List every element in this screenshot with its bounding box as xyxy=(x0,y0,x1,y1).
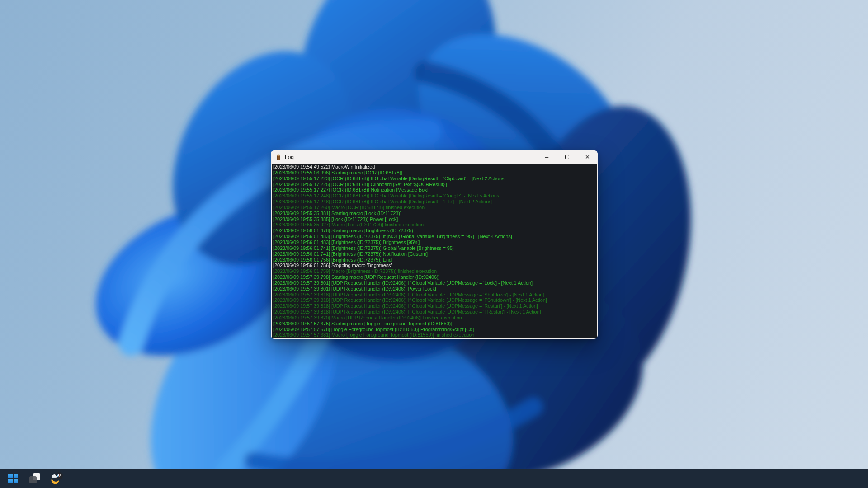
log-line: [2023/06/09 19:55:17.227] [OCR (ID:68178… xyxy=(273,187,597,193)
log-line: [2023/06/09 19:57:39.801] [UDP Request H… xyxy=(273,280,597,286)
log-line: [2023/06/09 19:57:57.675] Starting macro… xyxy=(273,321,597,327)
log-line: [2023/06/09 19:56:01.741] [Brightness (I… xyxy=(273,245,597,251)
window-title: Log xyxy=(285,154,294,160)
start-button[interactable] xyxy=(5,470,21,487)
log-window-titlebar[interactable]: Log – ✕ xyxy=(271,150,598,164)
log-line: [2023/06/09 19:55:17.225] [OCR (ID:68178… xyxy=(273,182,597,188)
log-line: [2023/06/09 19:55:17.260] Macro [OCR (ID… xyxy=(273,205,597,211)
log-line: [2023/06/09 19:57:39.818] [UDP Request H… xyxy=(273,297,597,303)
log-line: [2023/06/09 19:56:01.741] [Brightness (I… xyxy=(273,251,597,257)
log-line: [2023/06/09 19:56:01.483] [Brightness (I… xyxy=(273,234,597,239)
log-line: [2023/06/09 19:54:49.522] MacroWin Initi… xyxy=(273,164,597,170)
log-line: [2023/06/09 19:55:35.881] Starting macro… xyxy=(273,211,597,216)
log-line: [2023/06/09 19:57:57.681] Macro [Toggle … xyxy=(273,332,597,338)
log-line: [2023/06/09 19:55:35.927] Macro [Lock (I… xyxy=(273,222,597,228)
log-line: [2023/06/09 19:57:39.818] [UDP Request H… xyxy=(273,309,597,315)
minimize-icon: – xyxy=(545,154,548,160)
log-line: [2023/06/09 19:57:39.820] Macro [UDP Req… xyxy=(273,315,597,321)
weather-moon-cloud-icon: 6° xyxy=(50,472,63,485)
log-line: [2023/06/09 19:57:39.798] Starting macro… xyxy=(273,274,597,280)
log-line: [2023/06/09 19:55:17.248] [OCR (ID:68178… xyxy=(273,199,597,205)
log-line: [2023/06/09 19:55:17.248] [OCR (ID:68178… xyxy=(273,193,597,199)
windows-start-icon xyxy=(8,474,18,483)
log-window: Log – ✕ [2023/06/09 19:54:49.522] MacroW… xyxy=(271,150,598,339)
log-line: [2023/06/09 19:57:39.818] [UDP Request H… xyxy=(273,303,597,309)
log-app-icon xyxy=(275,154,282,161)
log-line: [2023/06/09 19:55:06.996] Starting macro… xyxy=(273,170,597,176)
maximize-icon xyxy=(565,155,569,159)
close-button[interactable]: ✕ xyxy=(577,150,598,164)
log-line: [2023/06/09 19:57:57.678] [Toggle Foregr… xyxy=(273,327,597,333)
log-line: [2023/06/09 19:56:01.483] [Brightness (I… xyxy=(273,239,597,245)
weather-temperature: 6° xyxy=(57,474,61,478)
weather-widget-button[interactable]: 6° xyxy=(49,470,64,487)
log-line: [2023/06/09 19:56:01.756] [Brightness (I… xyxy=(273,257,597,263)
desktop: Log – ✕ [2023/06/09 19:54:49.522] MacroW… xyxy=(0,0,868,488)
log-line: [2023/06/09 19:56:01.759] Macro [Brightn… xyxy=(273,268,597,274)
window-stack-icon xyxy=(29,473,40,484)
log-output[interactable]: [2023/06/09 19:54:49.522] MacroWin Initi… xyxy=(272,164,597,338)
taskbar: 6° xyxy=(0,469,868,488)
log-line: [2023/06/09 19:55:35.885] [Lock (ID:1172… xyxy=(273,216,597,222)
log-line: [2023/06/09 19:57:39.801] [UDP Request H… xyxy=(273,286,597,292)
log-line: [2023/06/09 19:55:17.223] [OCR (ID:68178… xyxy=(273,176,597,182)
minimize-button[interactable]: – xyxy=(537,150,557,164)
log-line: [2023/06/09 19:57:39.818] [UDP Request H… xyxy=(273,292,597,298)
log-line: [2023/06/09 19:56:01.756] Stopping macro… xyxy=(273,263,597,268)
close-icon: ✕ xyxy=(585,154,590,160)
taskbar-window-stack-button[interactable] xyxy=(27,470,42,487)
maximize-button[interactable] xyxy=(557,150,577,164)
log-line: [2023/06/09 19:56:01.478] Starting macro… xyxy=(273,228,597,234)
